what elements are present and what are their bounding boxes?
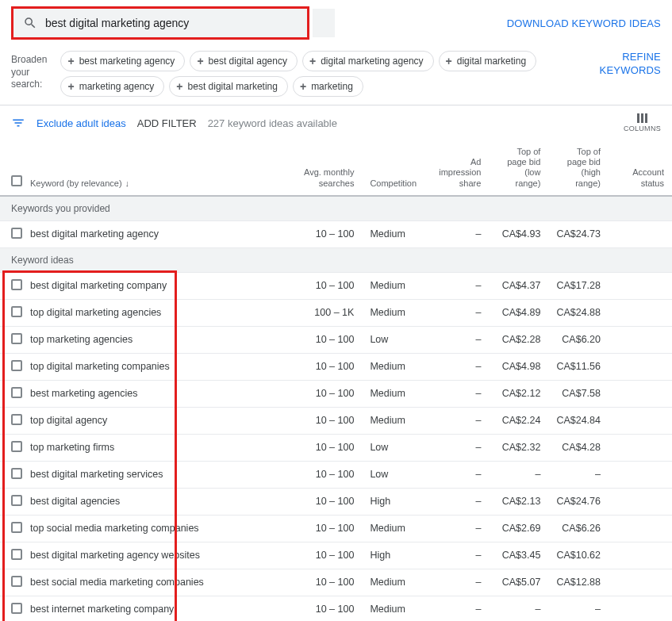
keyword-cell[interactable]: best social media marketing companies	[30, 569, 275, 596]
table-row: best digital marketing agency10 – 100Med…	[0, 220, 672, 247]
broaden-chip[interactable]: +marketing	[293, 76, 363, 97]
broaden-chip[interactable]: +best marketing agency	[60, 51, 185, 71]
columns-icon	[637, 113, 647, 123]
searches-cell: 10 – 100	[275, 434, 362, 461]
column-bid-low[interactable]: Top of page bid (low range)	[489, 140, 548, 196]
impression-cell: –	[425, 326, 489, 353]
searches-cell: 10 – 100	[275, 542, 362, 569]
broaden-chips: +best marketing agency+best digital agen…	[60, 51, 560, 97]
competition-cell: Medium	[362, 569, 425, 596]
keyword-cell[interactable]: top marketing firms	[30, 434, 275, 461]
searches-cell: 10 – 100	[275, 596, 362, 621]
table-row: best digital marketing company10 – 100Me…	[0, 272, 672, 299]
searches-cell: 10 – 100	[275, 488, 362, 515]
status-cell	[609, 488, 672, 515]
columns-button[interactable]: COLUMNS	[624, 113, 661, 132]
keyword-cell[interactable]: best digital marketing services	[30, 461, 275, 488]
table-row: best marketing agencies10 – 100Medium–CA…	[0, 380, 672, 407]
table-row: best social media marketing companies10 …	[0, 569, 672, 596]
ideas-count-text: 227 keyword ideas available	[208, 117, 337, 129]
search-input[interactable]: best digital marketing agency	[13, 9, 307, 37]
broaden-label: Broaden your search:	[11, 51, 51, 91]
keyword-cell[interactable]: top digital marketing agencies	[30, 299, 275, 326]
column-competition[interactable]: Competition	[362, 140, 425, 196]
searches-cell: 10 – 100	[275, 380, 362, 407]
keyword-cell[interactable]: best marketing agencies	[30, 380, 275, 407]
keyword-cell[interactable]: best digital marketing agency	[30, 220, 275, 247]
status-cell	[609, 353, 672, 380]
column-status[interactable]: Account status	[609, 140, 672, 196]
exclude-adult-ideas-link[interactable]: Exclude adult ideas	[36, 117, 126, 129]
select-all-checkbox[interactable]	[11, 175, 22, 186]
searches-cell: 10 – 100	[275, 326, 362, 353]
broaden-chip[interactable]: +digital marketing	[439, 51, 537, 71]
search-query-text: best digital marketing agency	[45, 17, 189, 29]
row-checkbox[interactable]	[11, 522, 22, 533]
bid-high-cell: CA$12.88	[548, 569, 609, 596]
competition-cell: Medium	[362, 515, 425, 542]
row-checkbox[interactable]	[11, 468, 22, 479]
plus-icon: +	[197, 55, 203, 67]
bid-high-cell: CA$7.58	[548, 380, 609, 407]
row-checkbox[interactable]	[11, 441, 22, 452]
column-bid-high[interactable]: Top of page bid (high range)	[548, 140, 609, 196]
keyword-cell[interactable]: top digital marketing companies	[30, 353, 275, 380]
sort-arrow-down-icon: ↓	[125, 178, 130, 189]
chip-label: best digital marketing	[188, 81, 278, 92]
add-filter-button[interactable]: ADD FILTER	[137, 117, 197, 129]
keyword-cell[interactable]: best internet marketing company	[30, 596, 275, 621]
status-cell	[609, 596, 672, 621]
filter-icon[interactable]	[11, 116, 25, 130]
competition-cell: High	[362, 488, 425, 515]
broaden-chip[interactable]: +best digital agency	[190, 51, 298, 71]
status-cell	[609, 407, 672, 434]
competition-cell: Medium	[362, 299, 425, 326]
competition-cell: Medium	[362, 272, 425, 299]
row-checkbox[interactable]	[11, 387, 22, 398]
competition-cell: Low	[362, 326, 425, 353]
refine-keywords-link[interactable]: REFINE KEYWORDS	[560, 51, 661, 78]
row-checkbox[interactable]	[11, 228, 22, 239]
bid-low-cell: CA$2.24	[489, 407, 548, 434]
bid-low-cell: –	[489, 596, 548, 621]
table-row: best digital marketing agency websites10…	[0, 542, 672, 569]
row-checkbox[interactable]	[11, 495, 22, 506]
bid-high-cell: CA$4.28	[548, 434, 609, 461]
row-checkbox[interactable]	[11, 549, 22, 560]
searches-cell: 10 – 100	[275, 272, 362, 299]
bid-low-cell: CA$5.07	[489, 569, 548, 596]
impression-cell: –	[425, 542, 489, 569]
broaden-chip[interactable]: +marketing agency	[60, 76, 164, 97]
row-checkbox[interactable]	[11, 333, 22, 344]
searches-cell: 10 – 100	[275, 353, 362, 380]
column-impression[interactable]: Ad impression share	[425, 140, 489, 196]
bid-low-cell: CA$4.37	[489, 272, 548, 299]
keyword-cell[interactable]: top social media marketing companies	[30, 515, 275, 542]
row-checkbox[interactable]	[11, 603, 22, 614]
row-checkbox[interactable]	[11, 279, 22, 290]
competition-cell: Medium	[362, 380, 425, 407]
broaden-chip[interactable]: +digital marketing agency	[302, 51, 434, 71]
impression-cell: –	[425, 272, 489, 299]
row-checkbox[interactable]	[11, 576, 22, 587]
bid-high-cell: CA$10.62	[548, 542, 609, 569]
keyword-cell[interactable]: best digital agencies	[30, 488, 275, 515]
searches-cell: 10 – 100	[275, 461, 362, 488]
keyword-cell[interactable]: best digital marketing agency websites	[30, 542, 275, 569]
column-searches[interactable]: Avg. monthly searches	[275, 140, 362, 196]
keyword-cell[interactable]: top digital agency	[30, 407, 275, 434]
row-checkbox[interactable]	[11, 306, 22, 317]
status-cell	[609, 569, 672, 596]
row-checkbox[interactable]	[11, 360, 22, 371]
table-row: top digital agency10 – 100Medium–CA$2.24…	[0, 407, 672, 434]
chip-label: digital marketing agency	[321, 56, 423, 67]
column-keyword[interactable]: Keyword (by relevance)↓	[30, 140, 275, 196]
broaden-chip[interactable]: +best digital marketing	[169, 76, 288, 97]
status-cell	[609, 272, 672, 299]
keyword-cell[interactable]: best digital marketing company	[30, 272, 275, 299]
table-row: top digital marketing companies10 – 100M…	[0, 353, 672, 380]
searches-cell: 10 – 100	[275, 407, 362, 434]
keyword-cell[interactable]: top marketing agencies	[30, 326, 275, 353]
download-keyword-ideas-link[interactable]: DOWNLOAD KEYWORD IDEAS	[507, 17, 661, 29]
row-checkbox[interactable]	[11, 414, 22, 425]
